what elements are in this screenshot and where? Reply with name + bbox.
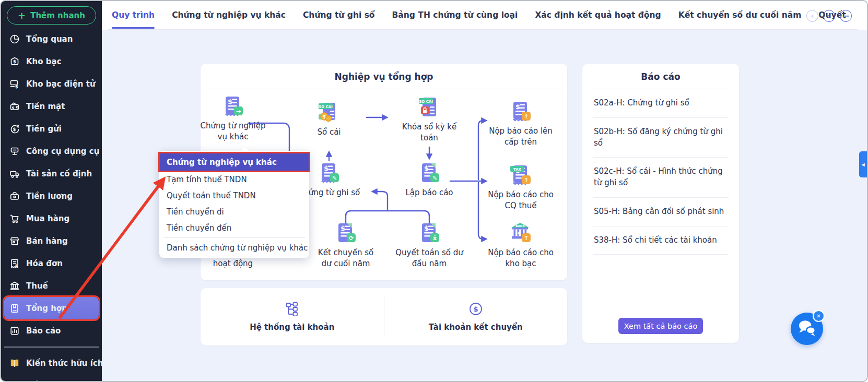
flow-node-label: Nộp báo cáo cho kho bạc <box>487 247 555 269</box>
transfer-account-link[interactable]: $ Tài khoản kết chuyển <box>384 288 568 345</box>
svg-text:$: $ <box>518 231 521 236</box>
flow-node-n2[interactable]: SO CAI$Sổ cái <box>295 101 363 138</box>
tax-icon <box>9 281 20 291</box>
sidebar-item-bao-cao[interactable]: Báo cáo <box>4 319 99 342</box>
sidebar-item-hoa-don[interactable]: $Hóa đơn <box>4 252 99 274</box>
flow-node-n3[interactable]: SO CAIKhóa sổ kỳ kế toán <box>395 96 463 143</box>
sales-icon <box>9 236 20 246</box>
report-item-s02b-h[interactable]: S02b-H: Sổ đăng ký chứng từ ghi sổ <box>593 118 729 158</box>
flow-node-n10[interactable]: $ x̂Quyết toán số dư đầu năm <box>395 222 463 269</box>
flow-node-n6[interactable]: $ ✎Lập báo cáo <box>395 162 463 198</box>
tab-quy-trinh[interactable]: Quy trình <box>112 1 155 29</box>
sidebar-item-tong-quan[interactable]: Tổng quan <box>4 28 99 50</box>
sidebar-menu: Tổng quan$Kho bạc$Kho bạc điện tử$Tiền m… <box>1 28 102 382</box>
sidebar-item-tong-hop[interactable]: Tổng hợp <box>4 297 99 319</box>
sidebar-divider <box>4 347 99 348</box>
sidebar-item-tien-gui[interactable]: $Tiền gửi <box>4 117 99 140</box>
svg-text:$: $ <box>12 105 15 110</box>
sidebar-item-tien-mat[interactable]: $Tiền mặt <box>4 95 99 117</box>
pie-chart-icon <box>9 34 20 44</box>
report-item-s05-h[interactable]: S05-H: Bảng cân đối số phát sinh <box>593 198 729 226</box>
svg-text:$: $ <box>15 84 18 89</box>
report-item-s38-h[interactable]: S38-H: Sổ chi tiết các tài khoản <box>593 226 729 255</box>
links-card: Hệ thống tài khoản $ Tài khoản kết chuyể… <box>201 288 567 345</box>
sidebar-item-label: Tiền mặt <box>26 102 65 111</box>
view-all-reports-button[interactable]: Xem tất cả báo cáo <box>618 318 703 334</box>
svg-text:$: $ <box>473 305 478 313</box>
tab-chung-tu-nghiep-vu-khac[interactable]: Chứng từ nghiệp vụ khác <box>172 1 286 29</box>
flow-node-n4[interactable]: $ ↑Nộp báo cáo lên cấp trên <box>487 100 555 147</box>
sidebar-item-label: Mua hàng <box>26 214 69 223</box>
tools-icon <box>9 146 20 157</box>
sidebar-item-label: Thuế <box>26 281 48 291</box>
reports-card: Báo cáo S02a-H: Chứng từ ghi sổS02b-H: S… <box>582 64 739 343</box>
cash-icon: $ <box>9 101 20 112</box>
chevron-right-icon[interactable]: › <box>823 10 835 22</box>
quick-add-label: Thêm nhanh <box>30 11 85 20</box>
account-system-link[interactable]: Hệ thống tài khoản <box>201 288 384 345</box>
account-system-label: Hệ thống tài khoản <box>250 323 334 332</box>
sidebar-item-label: Tài sản cố định <box>26 169 92 178</box>
sidebar-item-thue[interactable]: Thuế <box>4 274 99 297</box>
doc-arrow-icon: $ → <box>221 95 244 118</box>
menu-item-tien-chuyen-den[interactable]: Tiền chuyển đến <box>159 220 309 236</box>
flow-node-n1[interactable]: $ →Chứng từ nghiệp vụ khác <box>199 95 267 142</box>
top-tab-bar: Quy trìnhChứng từ nghiệp vụ khácChứng từ… <box>102 1 867 30</box>
svg-text:$: $ <box>15 263 18 267</box>
doc-up-icon: $ ↑ <box>509 100 532 123</box>
plus-icon: + <box>18 11 26 20</box>
bank-up-icon: BANK $↑ <box>509 222 532 245</box>
tab-bang-th-chung-tu-cung-loai[interactable]: Bảng TH chứng từ cùng loại <box>392 1 518 29</box>
svg-text:SO CAI: SO CAI <box>319 105 333 109</box>
sidebar-item-cong-cu-dung-cu[interactable]: Công cụ dụng cụ <box>4 140 99 162</box>
flow-node-label: Nộp báo cáo lên cấp trên <box>487 126 555 147</box>
tab-chung-tu-ghi-so[interactable]: Chứng từ ghi sổ <box>303 1 375 29</box>
report-item-s02a-h[interactable]: S02a-H: Chứng từ ghi sổ <box>593 89 729 118</box>
svg-text:TAX: TAX <box>513 168 522 172</box>
sidebar-item-label: Bán hàng <box>26 236 68 246</box>
quick-add-button[interactable]: + Thêm nhanh <box>7 6 96 25</box>
svg-text:$: $ <box>13 126 16 132</box>
flow-node-label: Nộp báo cáo cho CQ thuế <box>487 189 555 211</box>
sidebar-item-kien-thuc-huu-ich[interactable]: Kiến thức hữu ích <box>4 352 99 375</box>
tab-ket-chuyen-so-du-cuoi-nam[interactable]: Kết chuyển số dư cuối năm <box>678 1 802 29</box>
menu-item-tien-chuyen-di[interactable]: Tiền chuyển đi <box>159 204 309 220</box>
sidebar-item-label: Tổng hợp <box>26 304 67 313</box>
treasury-icon: $ <box>9 56 20 67</box>
sidebar-item-tien-luong[interactable]: Tiền lương <box>4 185 99 207</box>
menu-item-quyet-toan-thue-tndn[interactable]: Quyết toán thuế TNDN <box>159 187 309 204</box>
sidebar-item-kho-bac-dien-tu[interactable]: $Kho bạc điện tử <box>4 73 99 95</box>
flow-node-n7[interactable]: $ TAX↑Nộp báo cáo cho CQ thuế <box>487 164 555 211</box>
sidebar-item-ke-toan-dich-vu[interactable]: Kế toán dịch vụ <box>4 375 99 382</box>
account-tree-icon <box>285 302 299 318</box>
flow-node-n9[interactable]: $ ⟳Kết chuyển số dư cuối năm <box>312 222 380 269</box>
panel-collapse-tab[interactable]: ◀ <box>859 151 867 177</box>
sidebar-item-label: Hóa đơn <box>26 259 63 268</box>
doc-calc-icon: $ x̂ <box>418 222 441 245</box>
flow-node-label: Sổ cái <box>295 127 363 138</box>
deposit-icon: $ <box>9 124 20 134</box>
flow-node-n11[interactable]: BANK $↑Nộp báo cáo cho kho bạc <box>487 222 555 269</box>
sidebar-item-mua-hang[interactable]: Mua hàng <box>4 207 99 230</box>
sidebar-item-label: Kho bạc <box>26 57 62 66</box>
menu-item-tam-tinh-thue-tndn[interactable]: Tạm tính thuế TNDN <box>159 171 309 187</box>
svg-text:↑: ↑ <box>524 113 529 120</box>
sidebar-item-kho-bac[interactable]: $Kho bạc <box>4 50 99 73</box>
svg-text:$: $ <box>515 103 520 111</box>
e-treasury-icon: $ <box>9 79 20 89</box>
sidebar-item-tai-san-co-dinh[interactable]: Tài sản cố định <box>4 162 99 185</box>
menu-item-danh-sach-chung-tu-nghiep-vu-khac[interactable]: Danh sách chứng từ nghiệp vụ khác <box>159 240 309 256</box>
tax-up-icon: $ TAX↑ <box>509 164 532 187</box>
sidebar-item-ban-hang[interactable]: Bán hàng <box>4 230 99 252</box>
chevron-left-icon[interactable]: ‹ <box>806 10 818 22</box>
tab-xac-dinh-ket-qua-hoat-dong[interactable]: Xác định kết quả hoạt động <box>535 1 661 29</box>
fixed-asset-icon <box>9 169 20 179</box>
menu-item-chung-tu-nghiep-vu-khac[interactable]: Chứng từ nghiệp vụ khác <box>159 153 309 171</box>
chat-support-button[interactable]: ✕ <box>791 313 823 345</box>
chat-close-badge[interactable]: ✕ <box>813 310 825 322</box>
svg-text:$: $ <box>424 164 429 172</box>
svg-text:✎: ✎ <box>432 175 437 182</box>
report-item-s02c-h[interactable]: S02c-H: Sổ cái - Hình thức chứng từ ghi … <box>593 158 729 198</box>
ellipsis-icon[interactable]: ⋯ <box>840 10 852 22</box>
doc-pencil2-icon: $ ✎ <box>418 162 441 185</box>
